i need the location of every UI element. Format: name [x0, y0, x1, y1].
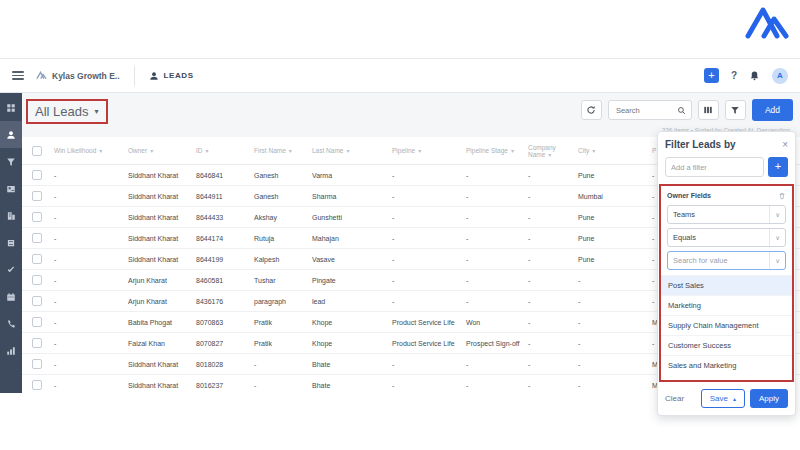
filter-operator-select[interactable]: Equals ∨ [667, 228, 786, 247]
view-selector[interactable]: All Leads ▾ [26, 99, 108, 124]
cell-owner: Siddhant Kharat [124, 207, 192, 228]
row-checkbox-cell [22, 291, 50, 312]
row-checkbox[interactable] [32, 275, 42, 285]
column-header-pipeline[interactable]: Pipeline▾ [388, 137, 462, 165]
filter-option[interactable]: Sales and Marketing [661, 355, 792, 375]
sidebar-item-dashboard[interactable] [0, 94, 22, 121]
sidebar-item-products[interactable] [0, 229, 22, 256]
user-avatar[interactable]: A [772, 68, 788, 84]
column-header-id[interactable]: ID▾ [192, 137, 250, 165]
apply-filter-button[interactable]: Apply [750, 389, 788, 408]
cell-owner: Faizal Khan [124, 333, 192, 354]
cell-city: - [574, 270, 648, 291]
row-checkbox[interactable] [32, 191, 42, 201]
notifications-bell-icon[interactable] [749, 70, 760, 81]
row-checkbox[interactable] [32, 380, 42, 390]
column-header-win_likelihood[interactable]: Win Likelihood▾ [50, 137, 124, 165]
add-filter-button[interactable]: + [768, 157, 788, 177]
cell-pipeline_stage: - [462, 186, 524, 207]
close-icon[interactable]: × [782, 140, 788, 150]
column-header-last_name[interactable]: Last Name▾ [308, 137, 388, 165]
cell-last_name: lead [308, 291, 388, 312]
quick-add-button[interactable]: + [704, 68, 719, 83]
cell-company_name: - [524, 354, 574, 375]
dashboard-icon [6, 103, 16, 113]
columns-button[interactable] [698, 100, 719, 120]
top-navbar: Kylas Growth E.. LEADS + ? A [0, 59, 800, 93]
sidebar-item-calls[interactable] [0, 310, 22, 337]
cell-id: 8460581 [192, 270, 250, 291]
brand[interactable]: Kylas Growth E.. [36, 66, 135, 86]
cell-owner: Arjun Kharat [124, 291, 192, 312]
cell-first_name: - [250, 354, 308, 375]
column-header-company_name[interactable]: Company Name▾ [524, 137, 574, 165]
row-checkbox[interactable] [32, 212, 42, 222]
cell-first_name: Kalpesh [250, 249, 308, 270]
cell-last_name: Sharma [308, 186, 388, 207]
refresh-button[interactable] [581, 100, 602, 120]
sidebar-item-companies[interactable] [0, 202, 22, 229]
sidebar-item-deals[interactable] [0, 175, 22, 202]
column-header-first_name[interactable]: First Name▾ [250, 137, 308, 165]
filter-option[interactable]: Marketing [661, 295, 792, 315]
row-checkbox-cell [22, 186, 50, 207]
cell-company_name: - [524, 228, 574, 249]
module-label: LEADS [164, 71, 194, 80]
hamburger-menu-icon[interactable] [12, 71, 24, 80]
row-checkbox[interactable] [32, 296, 42, 306]
clear-filters-link[interactable]: Clear [665, 394, 684, 403]
select-all-checkbox[interactable] [32, 146, 42, 156]
cell-win_likelihood: - [50, 186, 124, 207]
filter-button[interactable] [725, 100, 746, 120]
cell-pipeline_stage: - [462, 207, 524, 228]
row-checkbox[interactable] [32, 338, 42, 348]
search-input[interactable] [614, 105, 673, 116]
help-button[interactable]: ? [731, 70, 737, 81]
filter-option[interactable]: Supply Chain Management [661, 315, 792, 335]
chevron-down-icon: ∨ [769, 252, 785, 269]
filter-value-combobox[interactable]: Search for value ∨ [667, 251, 786, 270]
cell-company_name: - [524, 186, 574, 207]
filter-field-select[interactable]: Teams ∨ [667, 205, 786, 224]
search-box [608, 100, 692, 120]
column-header-city[interactable]: City▾ [574, 137, 648, 165]
sidebar-item-tasks[interactable] [0, 256, 22, 283]
filter-value-placeholder: Search for value [673, 256, 728, 265]
row-checkbox[interactable] [32, 170, 42, 180]
chevron-down-icon: ▾ [94, 107, 98, 116]
sidebar-item-leads[interactable] [0, 148, 22, 175]
column-header-pipeline_stage[interactable]: Pipeline Stage▾ [462, 137, 524, 165]
cell-first_name: Tushar [250, 270, 308, 291]
filter-field-value: Teams [673, 210, 695, 219]
filter-option[interactable]: Customer Success [661, 335, 792, 355]
sidebar-item-meetings[interactable] [0, 283, 22, 310]
add-filter-input[interactable] [665, 157, 764, 177]
column-header-owner[interactable]: Owner▾ [124, 137, 192, 165]
cell-win_likelihood: - [50, 375, 124, 394]
cell-pipeline: Product Service Life [388, 312, 462, 333]
cell-owner: Babita Phogat [124, 312, 192, 333]
row-checkbox[interactable] [32, 254, 42, 264]
save-filter-button[interactable]: Save ▴ [701, 389, 745, 408]
cell-last_name: Varma [308, 165, 388, 186]
row-checkbox[interactable] [32, 233, 42, 243]
module-selector[interactable]: LEADS [149, 71, 194, 81]
cell-first_name: Rutuja [250, 228, 308, 249]
filter-value-options: Post SalesMarketingSupply Chain Manageme… [661, 275, 792, 375]
cell-win_likelihood: - [50, 291, 124, 312]
cell-win_likelihood: - [50, 312, 124, 333]
row-checkbox[interactable] [32, 317, 42, 327]
delete-filter-icon[interactable] [778, 192, 786, 200]
cell-id: 8644199 [192, 249, 250, 270]
cell-city: - [574, 312, 648, 333]
row-checkbox[interactable] [32, 359, 42, 369]
cell-owner: Siddhant Kharat [124, 228, 192, 249]
add-lead-button[interactable]: Add [752, 99, 793, 121]
kylas-logo [744, 5, 790, 41]
column-label: First Name [254, 147, 286, 154]
sidebar-item-contacts[interactable] [0, 121, 22, 148]
cell-owner: Siddhant Kharat [124, 375, 192, 394]
filter-option[interactable]: Post Sales [661, 275, 792, 295]
sidebar-item-reports[interactable] [0, 337, 22, 364]
cell-last_name: Bhate [308, 354, 388, 375]
